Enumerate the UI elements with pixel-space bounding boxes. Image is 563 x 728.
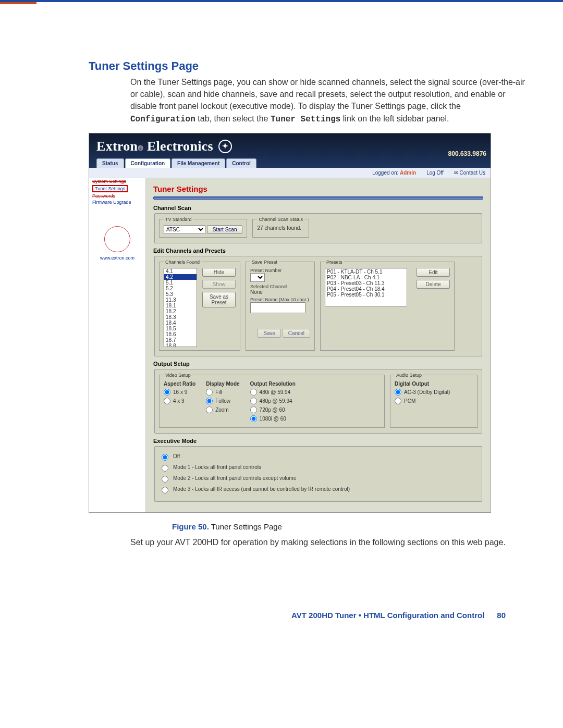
channel-scan-panel: TV Standard ATSC Start Scan Channel Scan… — [154, 213, 482, 243]
preset-item[interactable]: P03 - Preset03 - Ch 11.3 — [327, 280, 405, 286]
aspect-16x9[interactable]: 16 x 9 — [164, 389, 195, 396]
tuner-settings-screenshot: Extron® Electronics ✦ 800.633.9876 Statu… — [89, 133, 491, 513]
res-480p[interactable]: 480p @ 59.94 — [250, 398, 296, 404]
save-as-preset-button[interactable]: Save as Preset — [202, 292, 236, 307]
preset-item[interactable]: P01 - KTLA-DT - Ch 5.1 — [327, 269, 405, 275]
tv-standard-group: TV Standard ATSC Start Scan — [159, 217, 247, 238]
figure-caption: Figure 50. Tuner Settings Page — [172, 522, 527, 531]
display-fill[interactable]: Fill — [206, 389, 239, 396]
extron-s3-badge-icon — [104, 226, 130, 252]
channel-scan-title: Channel Scan — [153, 205, 483, 211]
channel-item[interactable]: 4.2 — [164, 274, 197, 280]
presets-legend: Presets — [325, 260, 344, 265]
contact-us-link[interactable]: ✉ Contact Us — [454, 170, 485, 176]
tab-configuration[interactable]: Configuration — [125, 158, 171, 168]
intro-code-tunersettings: Tuner Settings — [271, 115, 340, 124]
sidebar-item-firmware-upgrade[interactable]: Firmware Upgrade — [89, 199, 145, 205]
scan-status-text: 27 channels found. — [257, 225, 301, 231]
divider-bar — [153, 196, 483, 200]
channel-item[interactable]: 5.1 — [164, 280, 197, 286]
selected-channel-label: Selected Channel — [250, 284, 310, 289]
channel-item[interactable]: 18.6 — [164, 331, 197, 337]
preset-name-label: Preset Name (Max 10 char.) — [250, 297, 310, 302]
tab-file-management[interactable]: File Management — [172, 158, 225, 168]
output-setup-title: Output Setup — [153, 361, 483, 367]
sidebar-item-tuner-settings[interactable]: Tuner Settings — [92, 185, 128, 192]
left-sidebar: System Settings Tuner Settings Passwords… — [89, 178, 146, 512]
page-title: Tuner Settings — [153, 184, 483, 193]
executive-mode-title: Executive Mode — [153, 438, 483, 444]
res-1080i[interactable]: 1080i @ 60 — [250, 415, 296, 422]
brand-logo: Extron® Electronics ✦ — [96, 139, 483, 154]
display-zoom[interactable]: Zoom — [206, 406, 239, 413]
show-button[interactable]: Show — [202, 280, 236, 289]
res-480i[interactable]: 480i @ 59.94 — [250, 389, 296, 396]
preset-item[interactable]: P02 - NBC-LA - Ch 4.1 — [327, 275, 405, 280]
save-preset-legend: Save Preset — [250, 260, 279, 265]
edit-channels-title: Edit Channels and Presets — [153, 248, 483, 254]
aspect-ratio-header: Aspect Ratio — [164, 381, 195, 387]
tv-standard-legend: TV Standard — [164, 217, 193, 222]
save-preset-button[interactable]: Save — [258, 329, 281, 338]
presets-group: Presets P01 - KTLA-DT - Ch 5.1P02 - NBC-… — [320, 260, 455, 351]
screenshot-header: Extron® Electronics ✦ 800.633.9876 Statu… — [89, 133, 491, 168]
exec-mode2[interactable]: Mode 2 - Locks all front panel controls … — [159, 474, 478, 483]
audio-ac3[interactable]: AC-3 (Dolby Digital) — [395, 389, 473, 396]
res-720p[interactable]: 720p @ 60 — [250, 406, 296, 413]
top-tabs: Status Configuration File Management Con… — [96, 158, 483, 168]
channels-listbox[interactable]: 4.14.25.15.25.311.318.118.218.318.418.51… — [164, 268, 197, 347]
channel-item[interactable]: 18.2 — [164, 309, 197, 314]
aspect-4x3[interactable]: 4 x 3 — [164, 398, 195, 404]
exec-mode3[interactable]: Mode 3 - Locks all IR access (unit canno… — [159, 485, 478, 493]
channels-found-legend: Channels Found — [164, 260, 201, 265]
sidebar-item-passwords[interactable]: Passwords — [89, 193, 145, 199]
channels-found-group: Channels Found 4.14.25.15.25.311.318.118… — [159, 260, 240, 351]
tab-status[interactable]: Status — [96, 158, 124, 168]
video-setup-group: Video Setup Aspect Ratio 16 x 9 4 x 3 Di… — [159, 373, 385, 428]
intro-prefix: On the Tuner Settings page, you can show… — [130, 78, 525, 110]
channel-item[interactable]: 18.5 — [164, 326, 197, 331]
intro-code-configuration: Configuration — [130, 115, 195, 124]
main-panel: Tuner Settings Channel Scan TV Standard … — [146, 178, 491, 512]
tv-standard-select[interactable]: ATSC — [164, 225, 205, 234]
brand-sub: Electronics — [147, 139, 213, 154]
preset-number-select[interactable] — [250, 273, 265, 282]
intro-suffix: link on the left sidebar panel. — [343, 114, 449, 123]
preset-item[interactable]: P04 - Preset04 - Ch 18.4 — [327, 286, 405, 292]
channel-item[interactable]: 18.1 — [164, 303, 197, 309]
selected-channel-value: None — [250, 289, 310, 295]
intro-text: On the Tuner Settings page, you can show… — [130, 76, 527, 126]
channel-item[interactable]: 18.8 — [164, 343, 197, 347]
section-heading: Tuner Settings Page — [89, 59, 527, 73]
edit-channels-panel: Channels Found 4.14.25.15.25.311.318.118… — [154, 256, 482, 356]
digital-output-header: Digital Output — [395, 381, 473, 387]
log-off-link[interactable]: Log Off — [426, 170, 444, 176]
edit-preset-button[interactable]: Edit — [417, 268, 450, 277]
channel-item[interactable]: 5.2 — [164, 286, 197, 291]
start-scan-button[interactable]: Start Scan — [207, 225, 243, 234]
presets-listbox[interactable]: P01 - KTLA-DT - Ch 5.1P02 - NBC-LA - Ch … — [325, 268, 407, 306]
channel-item[interactable]: 18.3 — [164, 314, 197, 320]
brand-name: Extron — [96, 139, 138, 154]
preset-name-input[interactable] — [250, 302, 305, 313]
channel-item[interactable]: 18.4 — [164, 320, 197, 326]
scan-status-legend: Channel Scan Status — [257, 217, 304, 222]
sidebar-item-system-settings[interactable]: System Settings — [89, 178, 145, 184]
channel-item[interactable]: 4.1 — [164, 268, 197, 274]
executive-mode-panel: Off Mode 1 - Locks all front panel contr… — [154, 446, 482, 502]
cancel-preset-button[interactable]: Cancel — [283, 329, 310, 338]
exec-off[interactable]: Off — [159, 452, 478, 461]
audio-pcm[interactable]: PCM — [395, 398, 473, 404]
display-follow[interactable]: Follow — [206, 398, 239, 404]
preset-number-label: Preset Number — [250, 268, 310, 273]
channel-item[interactable]: 18.7 — [164, 337, 197, 343]
sidebar-url[interactable]: www.extron.com — [89, 255, 145, 261]
tab-control[interactable]: Control — [226, 158, 256, 168]
channel-item[interactable]: 5.3 — [164, 291, 197, 297]
delete-preset-button[interactable]: Delete — [417, 280, 450, 289]
preset-item[interactable]: P05 - Preset05 - Ch 30.1 — [327, 292, 405, 298]
audio-setup-group: Audio Setup Digital Output AC-3 (Dolby D… — [390, 373, 478, 428]
hide-button[interactable]: Hide — [202, 268, 236, 277]
channel-item[interactable]: 11.3 — [164, 297, 197, 303]
exec-mode1[interactable]: Mode 1 - Locks all front panel controls — [159, 463, 478, 472]
